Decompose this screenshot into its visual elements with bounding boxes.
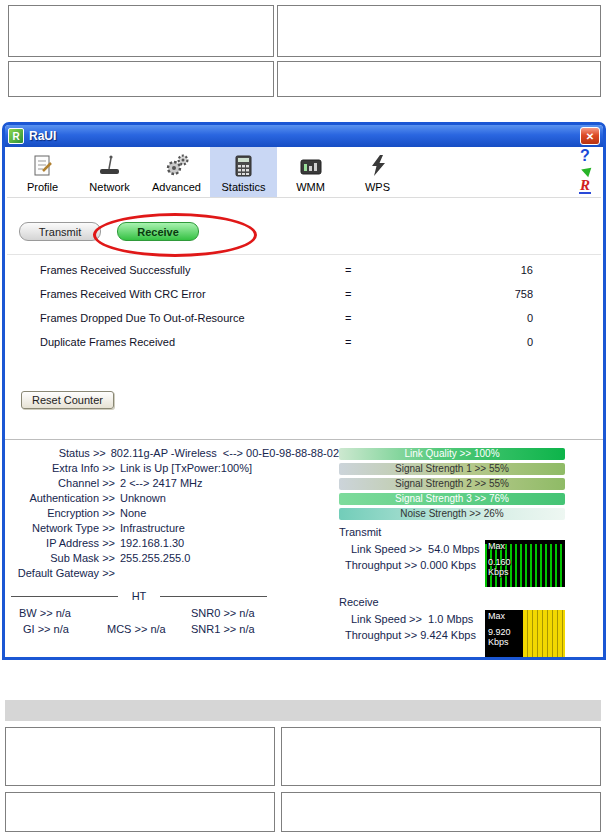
transmit-section-label: Transmit [339,526,603,539]
toolbar-label: Statistics [221,181,265,193]
status-label: Extra Info >> [5,461,115,476]
doc-table-cell [5,792,275,832]
ht-label: HT [118,590,161,602]
status-row: Channel >>2 <--> 2417 MHz [5,476,339,491]
stat-label: Frames Received Successfully [40,265,345,276]
status-label: Sub Mask >> [5,551,115,566]
stat-equals: = [345,265,355,276]
doc-table-cell [8,5,274,57]
ht-mcs: MCS >> n/a [107,621,191,637]
status-value: Link is Up [TxPower:100%] [120,461,252,476]
doc-table-cell [277,5,601,57]
transmit-section: Link Speed >> 54.0 Mbps Throughput >> 0.… [339,540,603,590]
ht-row: GI >> n/a MCS >> n/a SNR1 >> n/a [5,621,339,637]
tab-row: Transmit Receive [5,222,603,244]
reset-counter-button[interactable]: Reset Counter [21,391,114,409]
stat-row: Frames Received Successfully = 16 [5,265,603,276]
doc-table-header [5,700,601,721]
stat-value: 0 [355,313,533,324]
status-value: 255.255.255.0 [120,551,190,566]
toolbar-right-icons: ? R [572,148,598,194]
status-row: Default Gateway >> [5,566,339,581]
advanced-icon [164,152,190,179]
stat-row: Duplicate Frames Received = 0 [5,337,603,348]
link-quality-bar: Link Quality >> 100% [339,448,565,460]
doc-table-cell [281,727,601,786]
stat-row: Frames Dropped Due To Out-of-Resource = … [5,313,603,324]
status-label: Status >> [5,446,106,461]
help-icon[interactable]: ? [580,148,590,164]
toolbar-item-advanced[interactable]: Advanced [143,147,210,197]
signal-strength-1-bar: Signal Strength 1 >> 55% [339,463,565,475]
receive-history-chart: Max 9.920 Kbps [485,610,565,657]
status-label: Encryption >> [5,506,115,521]
close-button[interactable]: ✕ [580,127,600,145]
toolbar-item-profile[interactable]: Profile [9,147,76,197]
status-value: 192.168.1.30 [120,536,184,551]
toolbar-label: Profile [27,181,58,193]
status-value: Unknown [120,491,166,506]
cursor-icon [579,165,591,177]
status-row: Authentication >>Unknown [5,491,339,506]
ht-bw: BW >> n/a [19,605,191,621]
stat-value: 0 [355,337,533,348]
status-label: IP Address >> [5,536,115,551]
window-title: RaUI [29,129,580,143]
titlebar[interactable]: R RaUI ✕ [5,125,603,147]
status-row: Network Type >>Infrastructure [5,521,339,536]
wps-icon [365,152,391,179]
statistics-icon [231,152,257,179]
toolbar-label: Network [89,181,129,193]
raui-window: R RaUI ✕ Profile Network Advanced [2,122,606,660]
chart-max-value: 0.160 Kbps [488,557,522,577]
signal-gauges: Link Quality >> 100% Signal Strength 1 >… [339,446,603,660]
status-label: Channel >> [5,476,115,491]
stat-label: Frames Dropped Due To Out-of-Resource [40,313,345,324]
stat-equals: = [345,337,355,348]
status-value: 802.11g-AP -Wireless <--> 00-E0-98-88-88… [111,446,339,461]
chart-max-label: Max [488,611,505,621]
toolbar-label: Advanced [152,181,201,193]
receive-section: Link Speed >> 1.0 Mbps Throughput >> 9.4… [339,610,603,660]
status-panel: Status >>802.11g-AP -Wireless <--> 00-E0… [5,440,603,660]
connection-info: Status >>802.11g-AP -Wireless <--> 00-E0… [5,446,339,660]
toolbar-item-statistics[interactable]: Statistics [210,147,277,197]
toolbar-item-wps[interactable]: WPS [344,147,411,197]
receive-section-label: Receive [339,596,603,609]
doc-table-cell [8,61,274,97]
stat-value: 758 [355,289,533,300]
ht-divider: HT [11,590,267,602]
signal-strength-3-bar: Signal Strength 3 >> 76% [339,493,565,505]
chart-max-value: 9.920 Kbps [488,627,522,647]
chart-max-label: Max [488,541,505,551]
toolbar-item-wmm[interactable]: WMM [277,147,344,197]
doc-table-cell [5,727,275,786]
app-icon: R [8,128,24,144]
status-value: 2 <--> 2417 MHz [120,476,203,491]
stat-row: Frames Received With CRC Error = 758 [5,289,603,300]
transmit-history-chart: Max 0.160 Kbps [485,540,565,587]
tab-transmit[interactable]: Transmit [19,222,101,241]
status-value: None [120,506,146,521]
stat-equals: = [345,313,355,324]
signal-strength-2-bar: Signal Strength 2 >> 55% [339,478,565,490]
status-row: IP Address >>192.168.1.30 [5,536,339,551]
tab-receive[interactable]: Receive [117,222,199,241]
network-icon [97,152,123,179]
ht-row: BW >> n/a SNR0 >> n/a [5,605,339,621]
stat-value: 16 [355,265,533,276]
status-row: Status >>802.11g-AP -Wireless <--> 00-E0… [5,446,339,461]
wmm-icon [298,152,324,179]
toolbar-label: WPS [365,181,390,193]
profile-icon [30,152,56,179]
divider-line [11,596,118,597]
doc-table-cell [277,61,601,97]
toolbar-item-network[interactable]: Network [76,147,143,197]
status-row: Extra Info >>Link is Up [TxPower:100%] [5,461,339,476]
status-label: Authentication >> [5,491,115,506]
toolbar-divider [7,197,601,198]
statistics-area: Frames Received Successfully = 16 Frames… [5,255,603,439]
stat-label: Frames Received With CRC Error [40,289,345,300]
status-row: Encryption >>None [5,506,339,521]
status-label: Network Type >> [5,521,115,536]
